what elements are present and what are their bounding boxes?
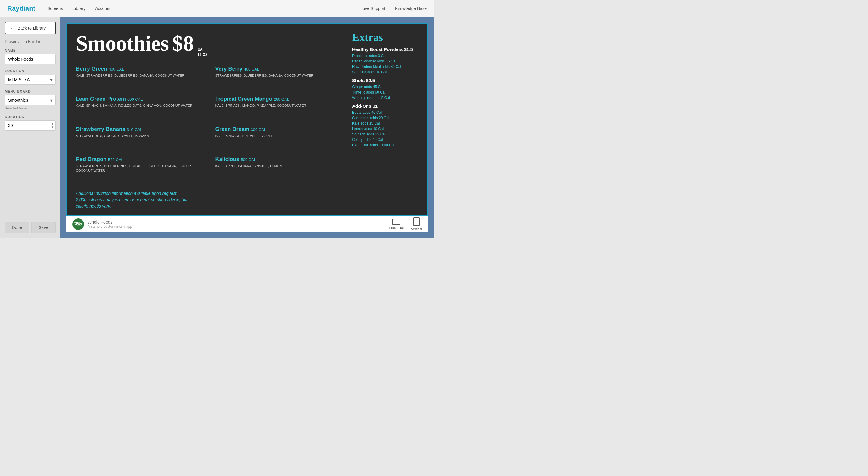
extras-item: Beets adds 40 Cal (352, 110, 418, 115)
menu-item: Berry Green 400 CAL KALE, STRAWBERRIES, … (76, 66, 207, 91)
extras-item: Tumeric adds 60 Cal (352, 90, 418, 95)
save-button[interactable]: Save (31, 222, 56, 233)
horizontal-label: Horizontal (389, 226, 404, 230)
location-select[interactable]: MLM Site A (5, 74, 56, 85)
nav-screens[interactable]: Screens (48, 6, 63, 11)
done-button[interactable]: Done (5, 222, 29, 233)
extras-item: Wheatgrass adds 5 Cal (352, 95, 418, 100)
duration-wrapper: ▲ ▼ (5, 121, 56, 131)
menu-board-select[interactable]: Smoothies (5, 95, 56, 105)
nav-right: Live Support Knowledge Base (362, 6, 427, 11)
extras-sidebar: Extras Healthy Boost Powders $1.5 Probio… (352, 31, 418, 209)
duration-input[interactable] (5, 121, 56, 131)
sidebar: ← Back to Library Presentation Builder N… (0, 17, 60, 238)
back-button-label: Back to Library (18, 26, 45, 31)
location-label: LOCATION (5, 69, 56, 73)
menu-board-inner: Smoothies $8 EA 16 OZ Berry Green 400 CA… (76, 31, 418, 209)
preview-area: Smoothies $8 EA 16 OZ Berry Green 400 CA… (60, 17, 434, 238)
extras-section-shots-title: Shots $2.5 (352, 78, 418, 83)
menu-item-name: Kalicious 500 CAL (215, 156, 346, 163)
extras-item: Raw Protein Meal adds 80 Cal (352, 64, 418, 69)
extras-item: Kale adds 15 Cal (352, 121, 418, 126)
menu-item-name: Red Dragon 530 CAL (76, 156, 207, 163)
store-logo-text: WHOLE FOODS (72, 222, 84, 227)
menu-item-name: Tropical Green Mango 260 CAL (215, 96, 346, 102)
menu-item-name: Lean Green Protein 600 CAL (76, 96, 207, 102)
bottom-bar: WHOLE FOODS Whole Foods A sample custom … (66, 216, 428, 232)
menu-item: Tropical Green Mango 260 CAL KALE, SPINA… (215, 96, 346, 121)
nav-library[interactable]: Library (72, 6, 86, 11)
main-content: ← Back to Library Presentation Builder N… (0, 17, 434, 238)
extras-item: Cacao Powder adds 15 Cal (352, 59, 418, 64)
menu-header: Smoothies $8 EA 16 OZ (76, 31, 346, 60)
store-subtitle: A sample custom menu app (88, 225, 389, 229)
store-logo: WHOLE FOODS (72, 218, 84, 230)
menu-item-ingredients: STRAWBERRIES, BLUEBERRIES, BANANA, COCON… (215, 73, 346, 78)
menu-size-ea: EA (197, 47, 208, 52)
presentation-builder-label: Presentation Builder (5, 39, 56, 44)
name-label: NAME (5, 48, 56, 52)
menu-item: Strawberry Banana 310 CAL STRAWBERRIES, … (76, 126, 207, 151)
store-name: Whole Foods (88, 219, 389, 225)
horizontal-orientation-button[interactable]: Horizontal (389, 219, 404, 230)
vertical-icon (413, 217, 420, 226)
menu-item: Lean Green Protein 600 CAL KALE, SPINACH… (76, 96, 207, 121)
store-info: Whole Foods A sample custom menu app (88, 219, 389, 229)
menu-item-ingredients: STRAWBERRIES, BLUEBERRIES, PINEAPPLE, BE… (76, 164, 207, 173)
extras-item: Probiotics adds 0 Cal (352, 53, 418, 59)
nav-account[interactable]: Account (95, 6, 111, 11)
menu-main: Smoothies $8 EA 16 OZ Berry Green 400 CA… (76, 31, 346, 209)
menu-item: Very Berry 460 CAL STRAWBERRIES, BLUEBER… (215, 66, 346, 91)
menu-size-oz: 16 OZ (197, 52, 208, 57)
extras-section-healthy-title: Healthy Boost Powders $1.5 (352, 47, 418, 52)
duration-down-arrow[interactable]: ▼ (51, 126, 54, 129)
extras-item: Celery adds 40 Cal (352, 137, 418, 142)
vertical-orientation-button[interactable]: Vertical (411, 217, 422, 231)
menu-item-ingredients: KALE, APPLE, BANANA, SPINACH, LEMON (215, 164, 346, 168)
logo: Raydiant (7, 4, 35, 12)
duration-label: DURATION (5, 115, 56, 118)
menu-item-ingredients: KALE, STRAWBERRIES, BLUEBERRIES, BANANA,… (76, 73, 207, 78)
selected-menu-label: Selected Menu (5, 106, 56, 110)
menu-board-label: MENU BOARD (5, 90, 56, 93)
horizontal-icon (392, 219, 401, 225)
menu-item-ingredients: KALE, SPINACH, BANANA, ROLLED OATS, CINN… (76, 103, 207, 108)
menu-item-ingredients: STRAWBERRIES, COCONUT WATER, BANANA (76, 134, 207, 138)
vertical-label: Vertical (411, 227, 422, 231)
knowledge-base-link[interactable]: Knowledge Base (395, 6, 427, 11)
menu-item: Red Dragon 530 CAL STRAWBERRIES, BLUEBER… (76, 156, 207, 185)
menu-item-ingredients: KALE, SPINACH, PINEAPPLE, APPLE (215, 134, 346, 138)
menu-item-name: Very Berry 460 CAL (215, 66, 346, 72)
extras-item: Spinach adds 15 Cal (352, 132, 418, 137)
extras-item: Spirulina adds 10 Cal (352, 69, 418, 75)
top-navigation: Raydiant Screens Library Account Live Su… (0, 0, 434, 17)
nav-links: Screens Library Account (48, 6, 362, 11)
menu-item-name: Strawberry Banana 310 CAL (76, 126, 207, 132)
menu-item: Kalicious 500 CAL KALE, APPLE, BANANA, S… (215, 156, 346, 185)
extras-section-addons-title: Add-Ons $1 (352, 103, 418, 109)
extras-item: Extra Fruit adds 10-60 Cal (352, 142, 418, 148)
duration-up-arrow[interactable]: ▲ (51, 123, 54, 125)
menu-title: Smoothies (76, 31, 168, 56)
menu-item: Green Dream 300 CAL KALE, SPINACH, PINEA… (215, 126, 346, 151)
menu-price: $8 (172, 31, 194, 56)
menu-board: Smoothies $8 EA 16 OZ Berry Green 400 CA… (66, 23, 428, 216)
back-arrow-icon: ← (10, 25, 15, 31)
menu-item-name: Berry Green 400 CAL (76, 66, 207, 72)
duration-spinner[interactable]: ▲ ▼ (51, 123, 54, 129)
menu-footer: Additional nutrition information availab… (76, 190, 346, 209)
orientation-buttons: Horizontal Vertical (389, 217, 422, 231)
menu-item-ingredients: KALE, SPINACH, MANGO, PINEAPPLE, COCONUT… (215, 103, 346, 108)
extras-item: Ginger adds 45 Cal (352, 84, 418, 90)
live-support-link[interactable]: Live Support (362, 6, 385, 11)
name-input[interactable] (5, 54, 56, 64)
extras-item: Cucumber adds 20 Cal (352, 115, 418, 121)
menu-board-select-wrapper: Smoothies ▾ (5, 95, 56, 105)
extras-title: Extras (352, 31, 418, 44)
sidebar-bottom-actions: Done Save (5, 222, 56, 233)
menu-size-info: EA 16 OZ (197, 47, 208, 57)
menu-item-name: Green Dream 300 CAL (215, 126, 346, 132)
extras-item: Lemon adds 10 Cal (352, 126, 418, 132)
location-select-wrapper: MLM Site A ▾ (5, 74, 56, 85)
back-to-library-button[interactable]: ← Back to Library (5, 22, 56, 34)
